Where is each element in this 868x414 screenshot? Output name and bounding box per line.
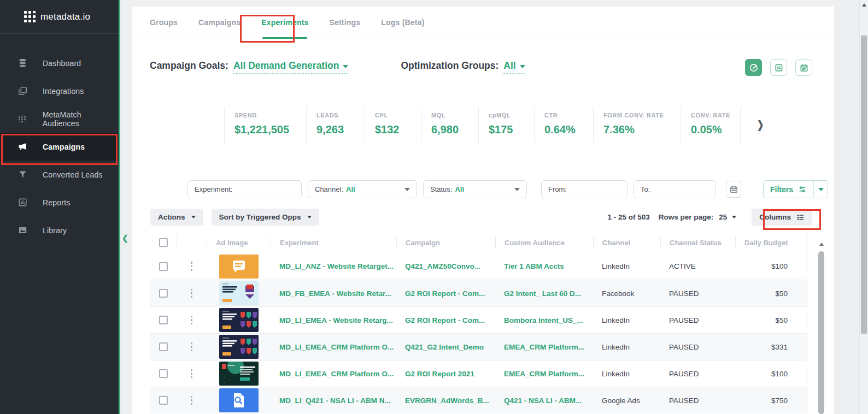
kebab-menu-icon[interactable] <box>189 314 195 327</box>
actions-button[interactable]: Actions <box>150 209 203 226</box>
daily-budget-cell: $100 <box>735 262 807 270</box>
row-checkbox[interactable] <box>159 289 168 298</box>
ad-image-thumbnail[interactable] <box>219 388 259 412</box>
stat-ctr: CTR0.64% <box>534 107 593 143</box>
experiment-link[interactable]: MD_FB_EMEA - Website Retar... <box>271 289 396 298</box>
kebab-menu-icon[interactable] <box>189 287 195 300</box>
row-checkbox[interactable] <box>159 262 168 271</box>
row-checkbox-cell <box>150 262 177 271</box>
chevron-down-icon <box>520 65 525 68</box>
channel-cell: LinkedIn <box>593 316 660 324</box>
speedometer-view-button[interactable] <box>745 59 762 76</box>
column-header-channel-status: Channel Status <box>660 236 735 249</box>
channel-filter-select[interactable]: Channel: All <box>308 180 417 198</box>
row-checkbox[interactable] <box>159 369 168 378</box>
stat-value: 0.64% <box>544 123 593 136</box>
custom-audience-link[interactable]: Tier 1 ABM Accts <box>495 262 593 270</box>
columns-button[interactable]: Columns <box>752 209 812 226</box>
filters-button[interactable]: Filters <box>763 180 828 198</box>
ad-image-thumbnail[interactable] <box>219 335 259 359</box>
goals-row: Campaign Goals: All Demand Generation Op… <box>150 60 525 74</box>
sidebar-item-campaigns[interactable]: Campaigns <box>0 133 119 161</box>
sidebar-item-reports[interactable]: Reports <box>0 188 119 216</box>
ad-image-thumbnail[interactable] <box>219 362 259 386</box>
kebab-menu-icon[interactable] <box>189 259 195 273</box>
kebab-menu-icon[interactable] <box>189 367 195 381</box>
scroll-up-arrow-icon[interactable] <box>862 3 866 7</box>
campaign-link[interactable]: G2 ROI Report 2021 <box>396 370 495 378</box>
rows-per-page-select[interactable]: 25 <box>719 213 736 221</box>
kebab-menu-icon[interactable] <box>189 340 195 354</box>
row-checkbox[interactable] <box>159 316 168 324</box>
tab-logs-beta[interactable]: Logs (Beta) <box>381 7 424 38</box>
kebab-menu-icon[interactable] <box>189 394 195 407</box>
custom-audience-link[interactable]: Bombora Intent_US_... <box>495 316 593 324</box>
tab-settings[interactable]: Settings <box>329 7 360 38</box>
sidebar-collapse-chevron-icon[interactable]: ❮ <box>122 234 128 243</box>
table-row: MD_LI_EMEA_CRM Platform O...Q421_G2 Inte… <box>150 333 807 360</box>
optimization-groups-group: Optimization Groups: All <box>401 60 525 74</box>
stats-next-chevron-icon[interactable]: ❯ <box>757 118 764 131</box>
custom-audience-link[interactable]: EMEA_CRM Platform... <box>495 370 593 378</box>
campaign-link[interactable]: G2 ROI Report - Com... <box>396 289 495 298</box>
page-scrollbar-thumb[interactable] <box>861 36 867 334</box>
campaign-link[interactable]: Q421_G2 Intent_Demo <box>396 343 495 351</box>
tab-groups[interactable]: Groups <box>150 7 178 38</box>
custom-audience-link[interactable]: Q421 - NSA LI - ABM... <box>495 397 593 405</box>
optimization-groups-dropdown[interactable]: All <box>503 60 525 74</box>
speedometer-icon <box>749 63 759 73</box>
experiment-link[interactable]: MD_LI_EMEA_CRM Platform O... <box>271 370 396 378</box>
table-toolbar: Actions Sort by Triggered Opps 1 - 25 of… <box>150 209 812 226</box>
channel-cell: LinkedIn <box>593 370 660 378</box>
experiment-link[interactable]: MD_LI_ANZ - Website Retarget... <box>271 262 396 270</box>
table-scrollbar-thumb[interactable] <box>818 251 824 414</box>
experiment-link[interactable]: MD_LI_EMEA - Website Retarg... <box>271 316 396 324</box>
row-checkbox[interactable] <box>159 396 168 405</box>
sort-button[interactable]: Sort by Triggered Opps <box>212 209 319 226</box>
stat-label: SPEND <box>234 112 306 119</box>
row-menu-cell <box>177 287 207 300</box>
experiment-link[interactable]: MD_LI_Q421 - NSA LI - ABM N... <box>271 397 396 405</box>
sidebar-item-dashboard[interactable]: Dashboard <box>0 49 119 77</box>
calendar-button[interactable] <box>726 181 741 198</box>
rows-per-page-label: Rows per page: <box>659 213 714 221</box>
stat-label: CTR <box>544 112 593 119</box>
sidebar-item-converted-leads[interactable]: Converted Leads <box>0 161 119 188</box>
sidebar-item-library[interactable]: Library <box>0 216 119 244</box>
sidebar-item-metamatch-audiences[interactable]: MetaMatch Audiences <box>0 105 119 133</box>
ad-image-cell <box>207 281 271 305</box>
experiment-link[interactable]: MD_LI_EMEA_CRM Platform O... <box>271 343 396 351</box>
ad-image-thumbnail[interactable] <box>219 308 259 332</box>
stat-value: $175 <box>489 123 534 136</box>
select-all-checkbox-cell <box>150 236 177 249</box>
campaign-link[interactable]: EVRGRN_AdWords_B... <box>396 397 495 405</box>
scroll-up-arrow-icon[interactable] <box>819 243 824 246</box>
custom-audience-link[interactable]: G2 Intent_ Last 60 D... <box>495 289 593 298</box>
page-scrollbar[interactable] <box>859 0 868 414</box>
custom-audience-link[interactable]: EMEA_CRM Platform... <box>495 343 593 351</box>
agenda-view-button[interactable] <box>795 59 812 76</box>
from-date-input[interactable] <box>548 185 620 193</box>
ad-image-thumbnail[interactable] <box>219 255 259 279</box>
experiment-filter-input[interactable] <box>195 185 295 193</box>
chart-panel-view-button[interactable] <box>770 59 787 76</box>
sidebar-item-integrations[interactable]: Integrations <box>0 77 119 105</box>
to-date-input[interactable] <box>641 185 709 193</box>
campaign-link[interactable]: G2 ROI Report - Com... <box>396 316 495 324</box>
campaign-link[interactable]: Q421_AMZ50Convo... <box>396 262 495 270</box>
stat-value: 0.05% <box>691 123 740 136</box>
channel-filter-label: Channel: <box>315 185 343 193</box>
stat-spend: SPEND$1,221,505 <box>224 107 306 143</box>
table-body: MD_LI_ANZ - Website Retarget...Q421_AMZ5… <box>150 253 807 413</box>
view-toggle-buttons <box>745 59 812 76</box>
table-scrollbar[interactable] <box>818 236 825 414</box>
filters-dropdown-caret[interactable] <box>813 181 828 198</box>
row-checkbox[interactable] <box>159 342 168 351</box>
sidebar-item-label: Dashboard <box>43 59 81 68</box>
status-filter-select[interactable]: Status: All <box>423 180 527 198</box>
select-all-checkbox[interactable] <box>159 238 168 247</box>
campaign-goals-dropdown[interactable]: All Demand Generation <box>233 60 349 74</box>
tab-experiments[interactable]: Experiments <box>261 7 308 38</box>
tab-campaigns[interactable]: Campaigns <box>198 7 241 38</box>
ad-image-thumbnail[interactable] <box>219 281 259 305</box>
